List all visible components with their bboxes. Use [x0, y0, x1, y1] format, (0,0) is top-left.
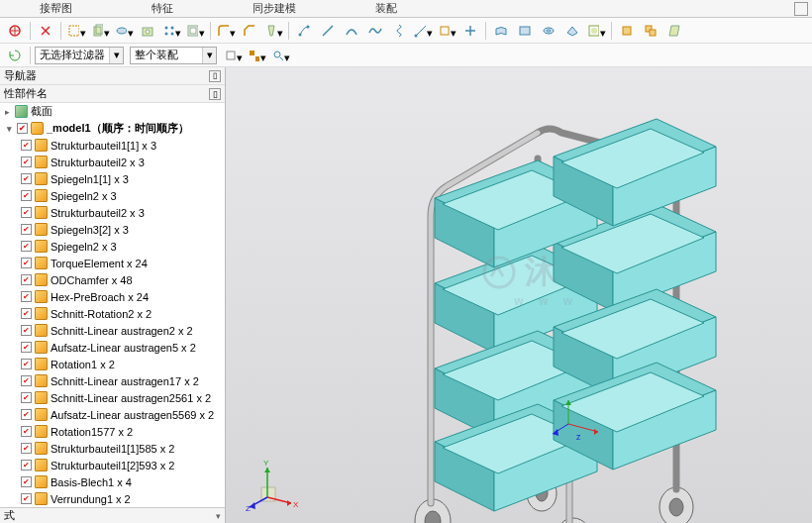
- checkbox[interactable]: ✔: [21, 157, 32, 167]
- expand-down-icon[interactable]: ▾: [216, 511, 221, 521]
- chamfer-icon[interactable]: [239, 21, 260, 41]
- twisty-icon[interactable]: ▸: [2, 107, 12, 117]
- draft-icon[interactable]: ▾: [262, 21, 284, 41]
- chevron-down-icon[interactable]: ▾: [109, 48, 123, 63]
- surface-4-icon[interactable]: [561, 21, 583, 41]
- tree-feature-row[interactable]: ✔Spiegeln3[2] x 3: [0, 221, 225, 238]
- tab-feature[interactable]: 特征: [112, 0, 213, 18]
- checkbox[interactable]: ✔: [21, 241, 32, 252]
- column-name-label: 性部件名: [4, 86, 48, 101]
- edge-blend-icon[interactable]: ▾: [215, 21, 237, 41]
- tree-feature-row[interactable]: ✔Rotation1577 x 2: [0, 423, 225, 440]
- body-2-icon[interactable]: [640, 21, 661, 41]
- model-cart: [340, 97, 756, 523]
- add-tool-icon[interactable]: [4, 21, 26, 41]
- checkbox[interactable]: ✔: [21, 426, 32, 437]
- tree-feature-row[interactable]: ✔Strukturbauteil2 x 3: [0, 204, 225, 221]
- filter-search-icon[interactable]: ▾: [270, 46, 292, 65]
- chevron-down-icon[interactable]: ▾: [202, 48, 216, 63]
- revolve-icon[interactable]: ▾: [113, 21, 135, 41]
- feature-tree[interactable]: ▸截面▾✔_model1（顺序：时间顺序）✔Strukturbauteil1[1…: [0, 103, 225, 507]
- checkbox[interactable]: ✔: [21, 460, 32, 471]
- tree-feature-row[interactable]: ✔Spiegeln1[1] x 3: [0, 170, 225, 187]
- checkbox[interactable]: ✔: [21, 224, 32, 235]
- sidebar-bottom-tab[interactable]: 式 ▾: [0, 507, 225, 523]
- tree-feature-row[interactable]: ✔Strukturbauteil1[1]585 x 2: [0, 440, 225, 457]
- tree-feature-row[interactable]: ✔Spiegeln2 x 3: [0, 187, 225, 204]
- checkbox[interactable]: ✔: [21, 493, 32, 504]
- checkbox[interactable]: ✔: [21, 207, 32, 218]
- tree-feature-row[interactable]: ✔Aufsatz-Linear austragen5 x 2: [0, 339, 225, 356]
- body-1-icon[interactable]: [616, 21, 638, 41]
- tree-feature-row[interactable]: ✔Rotation1 x 2: [0, 356, 225, 372]
- checkbox[interactable]: ✔: [21, 291, 32, 302]
- hole-icon[interactable]: [137, 21, 158, 41]
- tree-column-header[interactable]: 性部件名 ▯: [0, 85, 225, 103]
- tree-feature-row[interactable]: ✔Schnitt-Rotation2 x 2: [0, 305, 225, 322]
- surface-5-icon[interactable]: ▾: [585, 21, 607, 41]
- tree-feature-row[interactable]: ✔Schnitt-Linear austragen17 x 2: [0, 372, 225, 389]
- tree-feature-row[interactable]: ✔Aufsatz-Linear austragen5569 x 2: [0, 406, 225, 423]
- tab-sync[interactable]: 同步建模: [213, 0, 336, 18]
- selection-scope-combo[interactable]: 整个装配 ▾: [130, 47, 217, 64]
- shell-icon[interactable]: ▾: [184, 21, 206, 41]
- filter-extra-2-icon[interactable]: ▾: [247, 46, 268, 65]
- checkbox[interactable]: ✔: [21, 140, 32, 151]
- curve-point-icon[interactable]: [293, 21, 315, 41]
- plus-icon[interactable]: [459, 21, 481, 41]
- checkbox[interactable]: ✔: [21, 308, 32, 319]
- checkbox[interactable]: ✔: [21, 325, 32, 336]
- checkbox[interactable]: ✔: [21, 258, 32, 268]
- checkbox[interactable]: ✔: [21, 190, 32, 201]
- checkbox[interactable]: ✔: [21, 392, 32, 403]
- checkbox[interactable]: ✔: [21, 409, 32, 420]
- graphics-viewport[interactable]: 沐 w w w X Y Z z: [226, 67, 812, 523]
- surface-1-icon[interactable]: [490, 21, 512, 41]
- tree-feature-row[interactable]: ✔Strukturbauteil2 x 3: [0, 154, 225, 170]
- tab-assembly[interactable]: 装配: [336, 0, 437, 18]
- checkbox[interactable]: ✔: [21, 274, 32, 285]
- checkbox[interactable]: ✔: [21, 375, 32, 386]
- spline-icon[interactable]: [364, 21, 386, 41]
- checkbox[interactable]: ✔: [21, 173, 32, 184]
- body-3-icon[interactable]: [663, 21, 685, 41]
- tree-feature-row[interactable]: ✔Strukturbauteil1[2]593 x 2: [0, 457, 225, 473]
- surface-2-icon[interactable]: [514, 21, 536, 41]
- arc-icon[interactable]: [341, 21, 362, 41]
- twisty-icon[interactable]: ▾: [4, 124, 14, 134]
- pattern-icon[interactable]: ▾: [160, 21, 182, 41]
- extrude-icon[interactable]: ▾: [89, 21, 111, 41]
- tree-model-row[interactable]: ▾✔_model1（顺序：时间顺序）: [0, 120, 225, 137]
- tree-feature-row[interactable]: ✔Hex-PreBroach x 24: [0, 288, 225, 305]
- refresh-filter-icon[interactable]: [4, 46, 26, 65]
- panel-splitter[interactable]: [226, 67, 230, 523]
- tree-section-row[interactable]: ▸截面: [0, 103, 225, 120]
- tree-feature-row[interactable]: ✔ODChamfer x 48: [0, 271, 225, 288]
- tree-feature-row[interactable]: ✔Schnitt-Linear austragen2 x 2: [0, 322, 225, 339]
- assembly-icon: [31, 122, 44, 135]
- line-icon[interactable]: [317, 21, 339, 41]
- column-collapse-icon[interactable]: ▯: [209, 88, 221, 100]
- helix-icon[interactable]: [388, 21, 410, 41]
- selection-filter-combo[interactable]: 无选择过滤器 ▾: [35, 47, 124, 64]
- curve-tool-icon[interactable]: ▾: [412, 21, 434, 41]
- checkbox[interactable]: ✔: [21, 476, 32, 487]
- checkbox[interactable]: ✔: [17, 123, 28, 134]
- tree-feature-row[interactable]: ✔TorqueElement x 24: [0, 255, 225, 271]
- checkbox[interactable]: ✔: [21, 342, 32, 353]
- tree-feature-row[interactable]: ✔Spiegeln2 x 3: [0, 238, 225, 255]
- checkbox[interactable]: ✔: [21, 359, 32, 369]
- tree-feature-row[interactable]: ✔Verrundung1 x 2: [0, 490, 225, 507]
- tab-direct[interactable]: 接帮图: [0, 0, 112, 18]
- panel-unpin-icon[interactable]: ▯: [209, 70, 221, 82]
- filter-extra-1-icon[interactable]: ▾: [223, 46, 245, 65]
- datum-plane-icon[interactable]: ▾: [65, 21, 87, 41]
- layout-tripane-icon[interactable]: [794, 2, 808, 16]
- close-tool-icon[interactable]: [35, 21, 56, 41]
- more-curve-icon[interactable]: ▾: [436, 21, 457, 41]
- tree-feature-row[interactable]: ✔Schnitt-Linear austragen2561 x 2: [0, 389, 225, 406]
- checkbox[interactable]: ✔: [21, 443, 32, 454]
- surface-3-icon[interactable]: [538, 21, 559, 41]
- tree-feature-row[interactable]: ✔Basis-Blech1 x 4: [0, 473, 225, 490]
- tree-feature-row[interactable]: ✔Strukturbauteil1[1] x 3: [0, 137, 225, 154]
